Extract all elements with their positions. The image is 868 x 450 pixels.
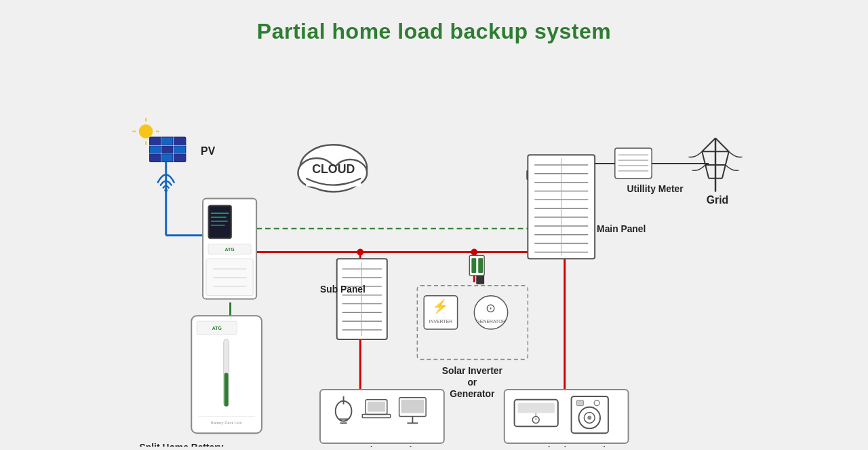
solar-inverter-box: ⚡ INVERTER ⊙ GENERATOR — [417, 286, 528, 360]
svg-rect-122 — [505, 390, 629, 443]
svg-rect-95 — [615, 148, 652, 178]
cloud-icon: CLOUD — [298, 145, 367, 191]
grid-label: Grid — [707, 194, 728, 206]
svg-text:CLOUD: CLOUD — [312, 162, 355, 176]
battery-icon: ATG Battery Pack Unit — [191, 316, 262, 433]
svg-line-104 — [702, 138, 715, 151]
grid-icon — [688, 138, 742, 191]
battery-label: Split Home Battery — [140, 442, 224, 447]
svg-text:⊙: ⊙ — [486, 301, 496, 315]
page-title: Partial home load backup system — [0, 0, 868, 44]
svg-text:INVERTER: INVERTER — [429, 319, 452, 324]
svg-rect-116 — [368, 402, 385, 412]
diagram-area: CLOUD PV — [0, 51, 868, 447]
inverter-box: ATG — [203, 198, 256, 299]
svg-text:Battery Pack Unit: Battery Pack Unit — [211, 421, 242, 425]
svg-text:⚡: ⚡ — [432, 298, 449, 314]
svg-text:GENERATOR: GENERATOR — [476, 319, 505, 324]
svg-rect-81 — [478, 258, 483, 273]
svg-rect-132 — [576, 400, 583, 406]
svg-point-131 — [587, 416, 591, 420]
svg-rect-38 — [150, 154, 161, 162]
svg-rect-59 — [224, 373, 229, 406]
svg-rect-40 — [174, 154, 186, 162]
svg-rect-33 — [162, 137, 173, 145]
or-label: or — [467, 377, 477, 388]
svg-rect-39 — [162, 154, 173, 162]
svg-rect-32 — [150, 137, 161, 145]
backup-load-label: Backup Load — [353, 445, 412, 447]
svg-rect-44 — [210, 206, 231, 237]
svg-point-12 — [471, 249, 477, 256]
sub-panel-label: Sub Panel — [320, 284, 366, 295]
sub-panel-icon — [337, 259, 387, 339]
svg-point-41 — [164, 189, 167, 192]
svg-rect-35 — [150, 146, 161, 153]
svg-rect-37 — [174, 146, 186, 153]
pv-icon — [132, 118, 186, 162]
svg-line-105 — [715, 138, 729, 151]
generator-label: Generator — [450, 388, 495, 399]
svg-rect-34 — [174, 137, 186, 145]
main-panel-icon — [528, 155, 595, 259]
svg-text:*: * — [535, 417, 537, 423]
svg-rect-119 — [401, 400, 425, 413]
svg-text:ATG: ATG — [212, 326, 222, 331]
backup-load-box — [320, 390, 444, 443]
utility-meter-icon — [615, 148, 652, 178]
non-backup-load-box: * — [505, 390, 629, 443]
svg-rect-80 — [471, 258, 476, 273]
svg-rect-36 — [162, 146, 173, 153]
svg-point-22 — [139, 125, 153, 138]
main-panel-label: Main Panel — [597, 223, 646, 234]
svg-text:ATG: ATG — [225, 247, 235, 252]
non-backup-load-label: Non-backup Load — [526, 445, 606, 447]
solar-inverter-label: Solar Inverter — [442, 365, 503, 376]
connector-icon — [469, 255, 484, 276]
utility-meter-label: Utillity Meter — [627, 183, 684, 194]
svg-point-11 — [357, 249, 363, 256]
svg-rect-124 — [518, 403, 555, 413]
pv-label: PV — [201, 145, 216, 157]
